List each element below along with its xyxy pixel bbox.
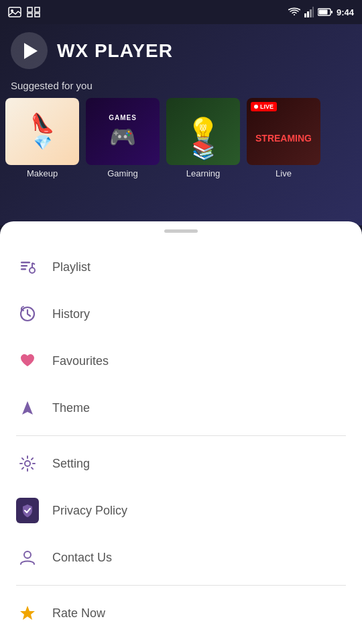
status-left-icons: [8, 7, 40, 17]
menu-item-history[interactable]: History: [0, 290, 362, 337]
makeup-label: Makeup: [5, 168, 79, 178]
privacy-label: Privacy Policy: [52, 504, 127, 518]
grid-icon: [27, 7, 40, 17]
menu-item-rate[interactable]: Rate Now: [0, 590, 362, 637]
contact-icon: [16, 546, 39, 569]
svg-point-22: [24, 551, 31, 558]
play-button[interactable]: [11, 32, 48, 69]
heart-icon: [16, 350, 39, 372]
player-title: WX PLAYER: [57, 40, 173, 62]
menu-item-setting[interactable]: Setting: [0, 440, 362, 487]
makeup-emoji: 👠: [31, 112, 54, 134]
svg-point-16: [29, 268, 35, 273]
svg-rect-13: [21, 262, 30, 264]
svg-marker-20: [22, 401, 33, 415]
category-learning[interactable]: 💡 📚 Learning: [166, 98, 240, 178]
streaming-text: STREAMING: [255, 133, 312, 144]
rate-icon: [16, 602, 39, 625]
live-dot: [254, 105, 258, 109]
live-badge: LIVE: [251, 102, 277, 111]
menu-item-privacy[interactable]: Privacy Policy: [0, 487, 362, 534]
theme-icon: [16, 396, 39, 419]
svg-point-21: [25, 461, 30, 466]
learning-thumb: 💡 📚: [166, 98, 240, 165]
bg-content: WX PLAYER Suggested for you 👠 💎 Makeup G…: [0, 24, 362, 225]
menu-item-contact[interactable]: Contact Us: [0, 534, 362, 581]
makeup-thumb: 👠 💎: [5, 98, 79, 165]
sheet-handle: [164, 229, 198, 233]
privacy-icon: [16, 499, 39, 522]
history-icon: [16, 303, 39, 325]
makeup-emoji2: 💎: [34, 134, 52, 152]
theme-label: Theme: [52, 401, 90, 415]
playlist-label: Playlist: [52, 260, 90, 274]
categories-row: 👠 💎 Makeup GAMES 🎮 Gaming 💡 📚 Learning: [0, 98, 362, 178]
status-bar: 9:44: [0, 0, 362, 24]
suggested-label: Suggested for you: [0, 77, 362, 98]
svg-rect-15: [21, 268, 26, 270]
svg-rect-7: [307, 11, 309, 17]
games-text: GAMES: [109, 114, 137, 121]
status-right-icons: 9:44: [288, 7, 354, 17]
rate-label: Rate Now: [52, 606, 105, 621]
image-icon: [8, 7, 21, 17]
svg-rect-4: [27, 13, 32, 17]
svg-rect-11: [318, 10, 327, 15]
svg-rect-5: [35, 13, 40, 17]
svg-marker-23: [20, 606, 35, 620]
menu-item-favourites[interactable]: Favourites: [0, 337, 362, 384]
divider-1: [16, 435, 346, 436]
live-thumb: LIVE STREAMING: [247, 98, 320, 165]
divider-2: [16, 585, 346, 586]
signal-icon: [304, 7, 314, 17]
learning-label: Learning: [166, 168, 240, 178]
history-label: History: [52, 307, 90, 321]
setting-icon: [16, 452, 39, 475]
category-gaming[interactable]: GAMES 🎮 Gaming: [86, 98, 160, 178]
battery-icon: [318, 8, 333, 16]
gaming-emoji: 🎮: [109, 124, 136, 150]
menu-list: Playlist History Favourites: [0, 238, 362, 642]
svg-rect-3: [35, 7, 40, 12]
play-triangle-icon: [24, 43, 38, 59]
player-header: WX PLAYER: [0, 24, 362, 77]
category-live[interactable]: LIVE STREAMING Live: [247, 98, 320, 178]
books-emoji: 📚: [192, 139, 215, 161]
svg-rect-14: [21, 265, 27, 267]
svg-rect-9: [312, 7, 314, 17]
contact-label: Contact Us: [52, 551, 112, 565]
menu-item-playlist[interactable]: Playlist: [0, 244, 362, 290]
setting-label: Setting: [52, 457, 90, 471]
menu-item-theme[interactable]: Theme: [0, 384, 362, 431]
favourites-label: Favourites: [52, 354, 109, 368]
svg-rect-12: [331, 11, 333, 13]
svg-rect-8: [310, 9, 312, 17]
playlist-icon: [16, 256, 39, 278]
gaming-thumb: GAMES 🎮: [86, 98, 160, 165]
bottom-sheet: Playlist History Favourites: [0, 221, 362, 644]
svg-rect-6: [304, 13, 306, 17]
time-display: 9:44: [337, 7, 354, 17]
svg-rect-2: [27, 7, 32, 12]
gaming-label: Gaming: [86, 168, 160, 178]
wifi-icon: [288, 7, 300, 17]
category-makeup[interactable]: 👠 💎 Makeup: [5, 98, 79, 178]
live-label: Live: [247, 168, 320, 178]
